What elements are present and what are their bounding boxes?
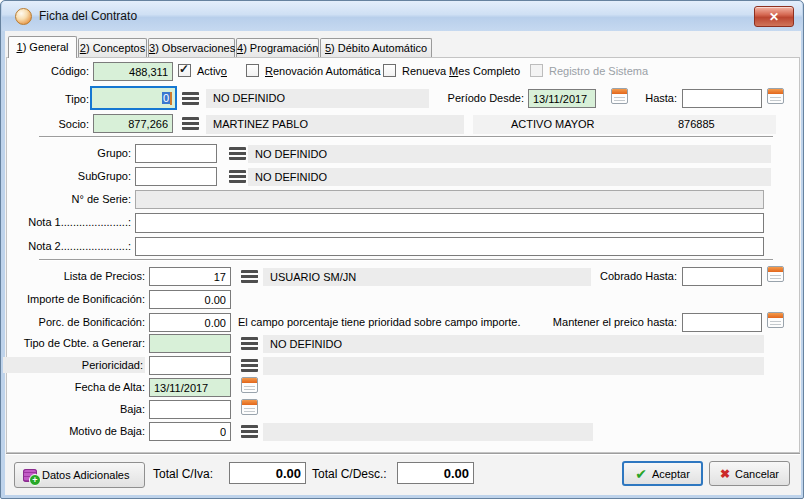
- serie-label: N° de Serie:: [21, 193, 131, 205]
- porcentaje-note-text: El campo porcentaje tiene prioridad sobr…: [238, 316, 520, 328]
- grupo-lookup-button[interactable]: [229, 146, 247, 160]
- tab-observaciones[interactable]: 3) Observaciones: [148, 38, 235, 58]
- renovacion-automatica-label[interactable]: Renovación Automática: [265, 65, 381, 77]
- lista-precios-label: Lista de Precios:: [3, 270, 145, 282]
- menu-icon: [241, 270, 258, 283]
- lista-precios-lookup-button[interactable]: [241, 269, 259, 283]
- calendar-icon: [767, 266, 784, 282]
- baja-field[interactable]: [149, 400, 231, 419]
- close-button[interactable]: ✕: [754, 6, 794, 27]
- socio-lookup-button[interactable]: [182, 116, 200, 130]
- cobrado-hasta-calendar-button[interactable]: [767, 265, 785, 282]
- motivo-baja-desc-field: [263, 423, 593, 441]
- motivo-baja-lookup-button[interactable]: [241, 424, 259, 438]
- tab-conceptos[interactable]: 2) Conceptos: [78, 38, 147, 58]
- subgrupo-lookup-button[interactable]: [229, 169, 247, 183]
- registro-de-sistema-label: Registro de Sistema: [549, 65, 648, 77]
- socio-label: Socio:: [19, 118, 89, 130]
- tipo-cbte-label: Tipo de Cbte. a Generar:: [3, 337, 145, 349]
- fecha-alta-label: Fecha de Alta:: [3, 381, 145, 393]
- activo-checkbox[interactable]: ✓: [178, 64, 191, 77]
- tipo-lookup-button[interactable]: [182, 91, 200, 105]
- datos-adicionales-button[interactable]: Datos Adicionales: [14, 462, 145, 488]
- renovacion-automatica-checkbox[interactable]: [246, 64, 259, 77]
- fecha-alta-calendar-button[interactable]: [241, 376, 259, 393]
- tipo-cbte-lookup-button[interactable]: [241, 336, 259, 350]
- nota1-label: Nota 1......................:: [1, 216, 131, 228]
- lista-precios-field[interactable]: [149, 267, 231, 286]
- hasta-field[interactable]: [682, 89, 762, 108]
- perioricidad-field[interactable]: [149, 356, 231, 375]
- title-bar[interactable]: Ficha del Contrato ✕: [2, 1, 802, 31]
- menu-icon: [241, 359, 258, 372]
- hasta-label: Hasta:: [613, 92, 677, 104]
- socio-name-field: MARTINEZ PABLO: [206, 115, 464, 134]
- importe-bonificacion-field[interactable]: [149, 290, 231, 309]
- total-desc-label: Total C/Desc.:: [312, 467, 387, 481]
- check-icon: ✔: [635, 466, 647, 482]
- renueva-mes-completo-label[interactable]: Renueva Mes Completo: [402, 65, 520, 77]
- close-icon: ✕: [769, 10, 779, 24]
- menu-icon: [229, 147, 246, 160]
- baja-calendar-button[interactable]: [241, 398, 259, 415]
- serie-field: [135, 190, 764, 209]
- calendar-icon: [241, 377, 258, 393]
- aceptar-button[interactable]: ✔ Aceptar: [622, 461, 703, 486]
- subgrupo-field[interactable]: [135, 167, 217, 186]
- nota1-field[interactable]: [135, 213, 764, 233]
- tipo-selected-text: 0: [162, 92, 170, 104]
- registro-de-sistema-checkbox: [530, 64, 543, 77]
- tipo-cbte-desc-field: NO DEFINIDO: [263, 335, 764, 353]
- baja-label: Baja:: [3, 403, 145, 415]
- separator: [39, 136, 773, 138]
- tipo-label: Tipo:: [19, 93, 89, 105]
- motivo-baja-label: Motivo de Baja:: [3, 425, 145, 437]
- socio-number-text: 876885: [678, 118, 715, 130]
- cobrado-hasta-field[interactable]: [682, 267, 762, 286]
- cross-icon: ✖: [720, 467, 730, 481]
- socio-field[interactable]: [93, 114, 173, 133]
- subgrupo-label: SubGrupo:: [21, 170, 131, 182]
- activo-checkbox-label[interactable]: Activo: [197, 65, 227, 77]
- nota2-field[interactable]: [135, 237, 764, 256]
- footer-separator: [6, 453, 800, 455]
- check-icon: ✓: [179, 62, 189, 76]
- perioricidad-lookup-button[interactable]: [241, 358, 259, 372]
- menu-icon: [182, 92, 199, 105]
- total-iva-label: Total C/Iva:: [153, 467, 213, 481]
- porc-bonificacion-field[interactable]: [149, 313, 231, 332]
- lista-precios-desc-field: USUARIO SM/JN: [263, 268, 591, 286]
- perioricidad-desc-field: [263, 357, 764, 375]
- codigo-field: [93, 62, 173, 81]
- hasta-calendar-button[interactable]: [767, 87, 785, 104]
- database-add-icon: [23, 469, 37, 482]
- tab-programacion[interactable]: 4) Programación: [236, 38, 319, 58]
- tab-debito-automatico[interactable]: 5) Débito Automático: [320, 38, 432, 58]
- importe-bonificacion-label: Importe de Bonificación:: [3, 293, 145, 305]
- fecha-alta-field[interactable]: [149, 378, 231, 397]
- tipo-field[interactable]: 0: [90, 86, 177, 110]
- menu-icon: [241, 425, 258, 438]
- cobrado-hasta-label: Cobrado Hasta:: [561, 270, 677, 282]
- separator: [39, 259, 773, 261]
- window-title: Ficha del Contrato: [39, 9, 137, 23]
- cancelar-button[interactable]: ✖ Cancelar: [709, 461, 790, 486]
- tipo-desc-field: NO DEFINIDO: [206, 89, 429, 108]
- nota2-label: Nota 2......................:: [1, 240, 131, 252]
- motivo-baja-field[interactable]: [149, 422, 231, 441]
- contract-dialog: Ficha del Contrato ✕ 1) General 2) Conce…: [0, 0, 804, 499]
- text-caret: [170, 92, 172, 105]
- perioricidad-label: Perioricidad:: [3, 357, 145, 373]
- tab-general[interactable]: 1) General: [8, 36, 77, 58]
- periodo-desde-field[interactable]: [528, 89, 596, 108]
- total-iva-field[interactable]: [229, 462, 306, 484]
- total-desc-field[interactable]: [397, 462, 474, 484]
- calendar-icon: [241, 399, 258, 415]
- grupo-field[interactable]: [135, 144, 217, 163]
- tipo-cbte-field[interactable]: [149, 334, 231, 353]
- menu-icon: [241, 337, 258, 350]
- mantener-precio-field[interactable]: [682, 313, 762, 332]
- mantener-precio-label: Mantener el preico hasta:: [537, 316, 677, 328]
- renueva-mes-completo-checkbox[interactable]: [383, 64, 396, 77]
- mantener-precio-calendar-button[interactable]: [767, 311, 785, 328]
